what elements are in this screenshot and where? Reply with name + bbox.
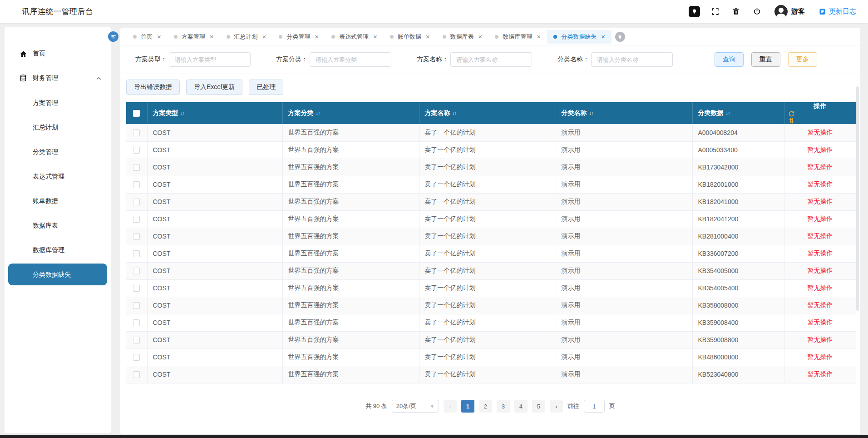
changelog-link[interactable]: 更新日志 bbox=[819, 7, 856, 16]
scrollbar-thumb[interactable] bbox=[856, 86, 859, 311]
sidebar-item-home[interactable]: 首页 bbox=[5, 43, 111, 65]
column-header-category-name[interactable]: 分类名称↓↑ bbox=[556, 102, 692, 124]
row-checkbox[interactable] bbox=[133, 354, 140, 361]
sidebar-item-bill-data[interactable]: 账单数据 bbox=[5, 190, 111, 212]
page-size-select[interactable]: 20条/页 ▼ bbox=[392, 400, 439, 413]
sidebar-item-plan-management[interactable]: 方案管理 bbox=[5, 92, 111, 114]
sidebar-collapse-button[interactable] bbox=[108, 31, 118, 42]
tab-close-icon[interactable]: × bbox=[210, 33, 214, 40]
row-checkbox[interactable] bbox=[133, 233, 140, 240]
row-checkbox[interactable] bbox=[133, 285, 140, 292]
operation-link[interactable]: 暂无操作 bbox=[784, 245, 856, 262]
operation-link[interactable]: 暂无操作 bbox=[784, 314, 856, 331]
sort-icon[interactable]: ↓↑ bbox=[453, 110, 457, 116]
row-checkbox[interactable] bbox=[133, 268, 140, 274]
tab-category-management[interactable]: 分类管理× bbox=[272, 30, 325, 44]
row-checkbox[interactable] bbox=[133, 181, 140, 188]
trash-icon[interactable] bbox=[730, 5, 742, 17]
plan-type-input[interactable] bbox=[169, 52, 251, 67]
sidebar-item-category-management[interactable]: 分类管理 bbox=[5, 141, 111, 163]
tab-close-icon[interactable]: × bbox=[478, 33, 483, 40]
operation-link[interactable]: 暂无操作 bbox=[784, 366, 856, 383]
tab-close-icon[interactable]: × bbox=[601, 33, 605, 40]
plan-name-input[interactable] bbox=[450, 52, 532, 67]
column-header-plan-category[interactable]: 方案分类↓↑ bbox=[282, 102, 419, 124]
tab-summary-plan[interactable]: 汇总计划× bbox=[220, 30, 273, 44]
page-prev-button[interactable]: ‹ bbox=[444, 400, 457, 413]
row-checkbox[interactable] bbox=[133, 302, 140, 309]
plan-category-input[interactable] bbox=[310, 52, 391, 67]
close-all-tabs-button[interactable] bbox=[615, 32, 625, 42]
column-header-plan-name[interactable]: 方案名称↓↑ bbox=[419, 102, 556, 124]
row-checkbox[interactable] bbox=[133, 199, 140, 205]
operation-link[interactable]: 暂无操作 bbox=[784, 297, 856, 314]
row-checkbox[interactable] bbox=[133, 164, 140, 171]
export-errors-button[interactable]: 导出错误数据 bbox=[126, 80, 180, 95]
tab-database-management[interactable]: 数据库管理× bbox=[488, 30, 547, 44]
filter-columns-icon[interactable] bbox=[788, 117, 795, 124]
page-button-5[interactable]: 5 bbox=[532, 400, 545, 413]
select-all-checkbox[interactable] bbox=[133, 110, 140, 117]
sidebar-item-expression-management[interactable]: 表达式管理 bbox=[5, 165, 111, 187]
sidebar-item-category-data-missing[interactable]: 分类数据缺失 bbox=[8, 264, 107, 285]
page-button-4[interactable]: 4 bbox=[514, 400, 528, 413]
refresh-icon[interactable] bbox=[788, 110, 795, 117]
operation-link[interactable]: 暂无操作 bbox=[784, 348, 856, 366]
tab-close-icon[interactable]: × bbox=[537, 33, 541, 40]
row-checkbox[interactable] bbox=[133, 337, 140, 343]
fullscreen-icon[interactable] bbox=[709, 5, 721, 17]
processed-button[interactable]: 已处理 bbox=[249, 80, 283, 95]
tab-close-icon[interactable]: × bbox=[157, 33, 161, 40]
import-excel-button[interactable]: 导入Excel更新 bbox=[186, 80, 242, 95]
tab-expression-management[interactable]: 表达式管理× bbox=[325, 30, 384, 44]
tab-category-data-missing[interactable]: 分类数据缺失× bbox=[547, 30, 612, 44]
tab-close-icon[interactable]: × bbox=[315, 33, 319, 40]
operation-link[interactable]: 暂无操作 bbox=[784, 228, 856, 245]
row-checkbox[interactable] bbox=[133, 371, 140, 378]
category-name-input[interactable] bbox=[591, 52, 673, 67]
operation-link[interactable]: 暂无操作 bbox=[784, 331, 856, 348]
power-icon[interactable] bbox=[751, 5, 763, 17]
operation-link[interactable]: 暂无操作 bbox=[784, 210, 856, 228]
sidebar-item-database-management[interactable]: 数据库管理 bbox=[5, 239, 111, 261]
row-checkbox[interactable] bbox=[133, 250, 140, 257]
sidebar-group-finance[interactable]: 财务管理 bbox=[5, 67, 111, 89]
tab-bill-data[interactable]: 账单数据× bbox=[384, 30, 436, 44]
operation-link[interactable]: 暂无操作 bbox=[784, 383, 856, 383]
tab-close-icon[interactable]: × bbox=[262, 33, 266, 40]
row-checkbox[interactable] bbox=[133, 147, 140, 154]
page-next-button[interactable]: › bbox=[550, 400, 563, 413]
row-checkbox[interactable] bbox=[133, 129, 140, 136]
tab-plan-management[interactable]: 方案管理× bbox=[168, 30, 220, 44]
operation-link[interactable]: 暂无操作 bbox=[784, 262, 856, 279]
sidebar-item-summary-plan[interactable]: 汇总计划 bbox=[5, 116, 111, 138]
page-button-1[interactable]: 1 bbox=[461, 400, 474, 413]
operation-link[interactable]: 暂无操作 bbox=[784, 124, 856, 141]
row-checkbox[interactable] bbox=[133, 319, 140, 326]
query-button[interactable]: 查询 bbox=[715, 52, 744, 67]
page-button-2[interactable]: 2 bbox=[479, 400, 492, 413]
operation-link[interactable]: 暂无操作 bbox=[784, 141, 856, 159]
tab-close-icon[interactable]: × bbox=[373, 33, 377, 40]
operation-link[interactable]: 暂无操作 bbox=[784, 176, 856, 193]
tab-database-table[interactable]: 数据库表× bbox=[436, 30, 489, 44]
reset-button[interactable]: 重置 bbox=[751, 52, 780, 67]
page-button-3[interactable]: 3 bbox=[497, 400, 510, 413]
column-header-plan-type[interactable]: 方案类型↓↑ bbox=[147, 102, 282, 124]
tab-close-icon[interactable]: × bbox=[426, 33, 430, 40]
avatar[interactable] bbox=[774, 5, 788, 18]
goto-page-input[interactable] bbox=[584, 400, 605, 413]
sort-icon[interactable]: ↓↑ bbox=[181, 110, 185, 116]
column-header-category-data[interactable]: 分类数据↓↑ bbox=[692, 102, 784, 124]
operation-link[interactable]: 暂无操作 bbox=[784, 159, 856, 176]
tab-home[interactable]: 首页× bbox=[127, 30, 168, 44]
operation-link[interactable]: 暂无操作 bbox=[784, 279, 856, 297]
sort-icon[interactable]: ↓↑ bbox=[589, 110, 593, 116]
sidebar-item-database-table[interactable]: 数据库表 bbox=[5, 214, 111, 236]
more-button[interactable]: 更多 bbox=[788, 52, 817, 67]
operation-link[interactable]: 暂无操作 bbox=[784, 193, 856, 210]
sort-icon[interactable]: ↓↑ bbox=[316, 110, 320, 116]
sort-icon[interactable]: ↓↑ bbox=[726, 110, 730, 116]
row-checkbox[interactable] bbox=[133, 216, 140, 223]
theme-bulb-icon[interactable] bbox=[688, 5, 700, 17]
